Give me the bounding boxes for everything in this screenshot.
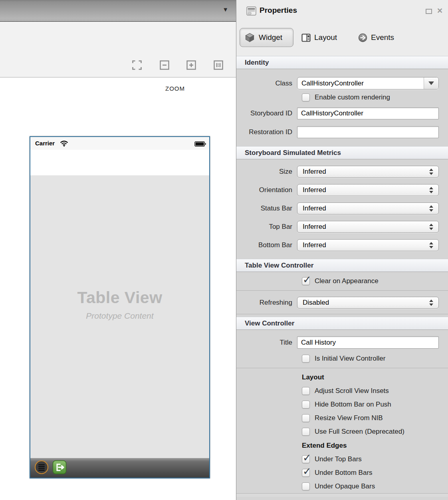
tab-layout-label: Layout — [314, 33, 337, 42]
properties-panel-icon — [246, 6, 256, 17]
bottom-bar-popup[interactable]: Inferred — [297, 239, 439, 251]
adjust-scroll-view-insets-row: ✓ Adjust Scroll View Insets — [302, 387, 448, 395]
stepper-arrows-icon — [429, 242, 433, 248]
properties-inspector: Properties ✕ Widget Layout — [236, 0, 448, 500]
panel-title: Properties — [260, 6, 297, 15]
under-bottom-bars-row: ✓ Under Bottom Bars — [302, 469, 448, 477]
clear-on-appearance-checkbox[interactable]: ✓ — [302, 277, 310, 285]
class-combobox[interactable]: CallHistoryController — [297, 77, 439, 89]
status-bar-label: Status Bar — [236, 204, 297, 212]
storyboard-id-field[interactable] — [297, 107, 439, 119]
canvas-header-bar: ▼ — [0, 0, 236, 22]
top-bar-row: Top Bar Inferred — [236, 221, 443, 233]
under-bottom-bars-label: Under Bottom Bars — [315, 469, 373, 477]
table-view-controller-icon[interactable] — [34, 460, 49, 476]
tab-widget-label: Widget — [259, 33, 282, 42]
extend-edges-subheading: Extend Edges — [302, 442, 448, 450]
carrier-label: Carrier — [35, 140, 55, 147]
zoom-toolbar-label: ZOOM — [165, 85, 185, 92]
enable-custom-rendering-checkbox[interactable]: ✓ — [302, 93, 310, 101]
storyboard-table-view-controller[interactable]: Carrier Table View Prototype Con — [30, 136, 210, 478]
actual-size-icon — [213, 60, 224, 70]
checkmark-icon: ✓ — [303, 465, 311, 477]
bottom-bar-label: Bottom Bar — [236, 241, 297, 249]
status-bar-popup-value: Inferred — [303, 204, 326, 212]
zoom-in-icon — [186, 60, 196, 70]
under-opaque-bars-checkbox[interactable]: ✓ — [302, 482, 310, 490]
checkmark-icon: ✓ — [303, 452, 311, 464]
use-full-screen-checkbox[interactable]: ✓ — [302, 428, 310, 436]
zoom-in-button[interactable] — [185, 60, 197, 71]
class-dropdown-button[interactable] — [424, 77, 438, 89]
stepper-arrows-icon — [429, 300, 433, 306]
table-view-canvas[interactable]: Table View Prototype Content — [30, 175, 209, 458]
clear-on-appearance-label: Clear on Appearance — [315, 277, 379, 285]
adjust-scroll-view-insets-label: Adjust Scroll View Insets — [315, 387, 389, 395]
size-popup[interactable]: Inferred — [297, 166, 439, 178]
class-value: CallHistoryController — [297, 77, 424, 89]
hide-bottom-bar-on-push-checkbox[interactable]: ✓ — [302, 401, 310, 409]
bottom-bar-popup-value: Inferred — [303, 241, 326, 249]
row-separator — [236, 368, 448, 368]
wifi-icon — [60, 141, 68, 148]
orientation-row: Orientation Inferred — [236, 184, 443, 196]
orientation-popup[interactable]: Inferred — [297, 184, 439, 196]
is-initial-view-controller-checkbox[interactable]: ✓ — [302, 355, 310, 363]
tab-events[interactable]: Events — [358, 28, 394, 47]
refreshing-row: Refreshing Disabled — [236, 297, 443, 309]
restoration-id-row: Restoration ID — [236, 126, 443, 138]
section-title: Identity — [245, 59, 269, 67]
tab-widget[interactable]: Widget — [240, 28, 293, 47]
under-top-bars-checkbox[interactable]: ✓ — [302, 455, 310, 463]
tab-events-label: Events — [371, 33, 394, 42]
resize-view-from-nib-checkbox[interactable]: ✓ — [302, 414, 310, 422]
section-header-table-view-controller: Table View Controller — [236, 259, 448, 272]
adjust-scroll-view-insets-checkbox[interactable]: ✓ — [302, 387, 310, 395]
close-icon[interactable]: ✕ — [437, 5, 443, 17]
table-view-placeholder-subtitle: Prototype Content — [30, 311, 209, 321]
enable-custom-rendering-row: ✓ Enable custom rendering — [302, 93, 448, 101]
section-header-view-controller: View Controller — [236, 317, 448, 330]
fit-to-window-button[interactable] — [131, 60, 143, 71]
under-bottom-bars-checkbox[interactable]: ✓ — [302, 469, 310, 477]
enable-custom-rendering-label: Enable custom rendering — [315, 93, 390, 101]
section-header-identity: Identity — [236, 56, 448, 69]
top-bar-label: Top Bar — [236, 223, 297, 231]
section-title: View Controller — [245, 319, 294, 327]
hide-bottom-bar-on-push-row: ✓ Hide Bottom Bar on Push — [302, 401, 448, 409]
size-popup-value: Inferred — [303, 168, 326, 176]
status-bar-popup[interactable]: Inferred — [297, 202, 439, 214]
class-row: Class CallHistoryController — [236, 77, 443, 89]
float-window-button[interactable] — [426, 9, 432, 14]
layout-subheading: Layout — [302, 373, 448, 381]
orientation-popup-value: Inferred — [303, 186, 326, 194]
chevron-down-icon[interactable]: ▼ — [222, 6, 228, 13]
checkmark-icon: ✓ — [303, 274, 311, 286]
inspector-tab-bar: Widget Layout Events — [236, 22, 448, 56]
exit-segue-icon[interactable] — [52, 460, 67, 476]
under-opaque-bars-label: Under Opaque Bars — [315, 482, 375, 490]
tab-layout[interactable]: Layout — [301, 28, 337, 47]
under-opaque-bars-row: ✓ Under Opaque Bars — [302, 482, 448, 490]
actual-size-button[interactable] — [212, 60, 224, 71]
events-arrow-icon — [358, 33, 367, 42]
section-header-simulated-metrics: Storyboard Simulated Metrics — [236, 146, 448, 159]
top-bar-popup[interactable]: Inferred — [297, 221, 439, 233]
under-top-bars-label: Under Top Bars — [315, 455, 362, 463]
restoration-id-field[interactable] — [297, 126, 439, 138]
row-separator — [236, 314, 448, 314]
clear-on-appearance-row: ✓ Clear on Appearance — [302, 277, 448, 285]
fit-to-window-icon — [132, 60, 142, 70]
zoom-out-button[interactable] — [159, 60, 170, 71]
stepper-arrows-icon — [429, 187, 433, 193]
top-bar-popup-value: Inferred — [303, 223, 326, 231]
stepper-arrows-icon — [429, 169, 433, 175]
refreshing-popup[interactable]: Disabled — [297, 297, 439, 309]
title-field[interactable] — [297, 336, 439, 349]
zoom-toolbar: ZOOM — [0, 23, 236, 77]
size-row: Size Inferred — [236, 166, 443, 178]
refreshing-label: Refreshing — [236, 299, 297, 307]
layout-panels-icon — [301, 34, 311, 42]
status-bar-row: Status Bar Inferred — [236, 202, 443, 214]
storyboard-id-label: Storyboard ID — [236, 109, 297, 117]
